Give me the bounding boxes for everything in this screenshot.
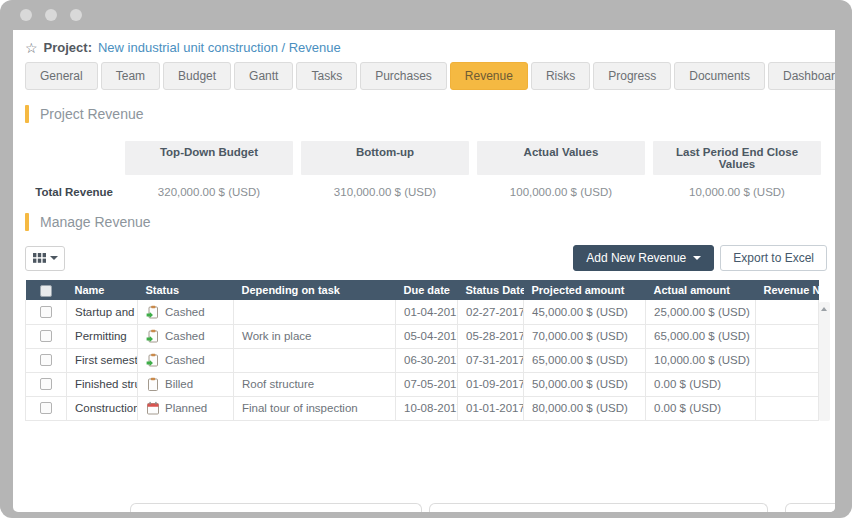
cell-actual: 0.00 $ (USD)	[646, 372, 756, 396]
cell-actual: 0.00 $ (USD)	[646, 396, 756, 420]
cell-projected: 70,000.00 $ (USD)	[524, 324, 646, 348]
accent-bar	[25, 213, 29, 231]
favorite-star-icon[interactable]: ☆	[25, 41, 38, 55]
tab-documents[interactable]: Documents	[674, 62, 765, 90]
tab-risks[interactable]: Risks	[531, 62, 590, 90]
tab-purchases[interactable]: Purchases	[360, 62, 447, 90]
cell-due-date: 07-05-2017	[396, 372, 458, 396]
select-all-checkbox[interactable]	[40, 285, 52, 297]
cell-status: Billed	[138, 372, 234, 396]
cell-status-date: 01-09-2017	[458, 372, 524, 396]
col-header-actual[interactable]: Actual amount	[646, 280, 756, 300]
col-header-name[interactable]: Name	[67, 280, 138, 300]
cell-depending: Final tour of inspection	[234, 396, 396, 420]
manage-revenue-toolbar: Add New Revenue Export to Excel	[25, 245, 827, 271]
cell-depending: Roof structure	[234, 372, 396, 396]
tab-dashboard[interactable]: Dashboard	[768, 62, 835, 90]
cell-projected: 50,000.00 $ (USD)	[524, 372, 646, 396]
cell-status: Planned	[138, 396, 234, 420]
cell-status: Cashed	[138, 300, 234, 324]
cutoff-panel	[785, 503, 835, 512]
cutoff-panel	[429, 503, 768, 512]
clipboard-cashed-icon	[146, 353, 160, 367]
tab-tasks[interactable]: Tasks	[296, 62, 357, 90]
col-header-projected[interactable]: Projected amount	[524, 280, 646, 300]
scrollbar-track[interactable]	[819, 302, 830, 421]
window-dot-1[interactable]	[20, 9, 32, 21]
cell-status: Cashed	[138, 324, 234, 348]
columns-grid-icon	[33, 253, 46, 263]
status-icon	[146, 329, 160, 343]
status-icon	[146, 353, 160, 367]
table-scrollbar[interactable]	[819, 280, 830, 421]
table-row[interactable]: Startup and launch Cashed 01-04-2017 02-…	[26, 300, 819, 324]
cell-revenue-no	[756, 372, 819, 396]
revenue-table-wrap: Name Status Depending on task Due date S…	[25, 280, 831, 421]
tab-revenue[interactable]: Revenue	[450, 62, 528, 90]
caret-down-icon	[693, 256, 701, 260]
add-new-revenue-button[interactable]: Add New Revenue	[573, 245, 714, 271]
cell-revenue-no	[756, 348, 819, 372]
cell-name: Finished structures	[67, 372, 138, 396]
cell-status-date: 01-01-2017	[458, 396, 524, 420]
cell-name: First semester closure	[67, 348, 138, 372]
cell-due-date: 01-04-2017	[396, 300, 458, 324]
project-breadcrumb-link[interactable]: New industrial unit construction / Reven…	[98, 40, 341, 55]
window-titlebar	[0, 0, 852, 30]
tab-budget[interactable]: Budget	[163, 62, 231, 90]
cutoff-panel	[130, 503, 422, 512]
revenue-summary: Top-Down Budget Bottom-up Actual Values …	[25, 141, 821, 198]
total-bottom-up-value: 310,000.00 $ (USD)	[301, 186, 469, 198]
col-header-status[interactable]: Status	[138, 280, 234, 300]
window-dot-3[interactable]	[70, 9, 82, 21]
tab-team[interactable]: Team	[101, 62, 160, 90]
col-header-revenue-no[interactable]: Revenue No.	[756, 280, 819, 300]
tab-general[interactable]: General	[25, 62, 98, 90]
cell-status-date: 02-27-2017	[458, 300, 524, 324]
cell-projected: 80,000.00 $ (USD)	[524, 396, 646, 420]
row-checkbox[interactable]	[40, 354, 52, 366]
col-header-depending[interactable]: Depending on task	[234, 280, 396, 300]
column-chooser-button[interactable]	[25, 246, 65, 271]
total-last-period-value: 10,000.00 $ (USD)	[653, 186, 821, 198]
row-checkbox[interactable]	[40, 306, 52, 318]
cell-depending	[234, 348, 396, 372]
cell-status-date: 05-28-2017	[458, 324, 524, 348]
table-row[interactable]: First semester closure Cashed 06-30-2017…	[26, 348, 819, 372]
summary-header-bottom-up: Bottom-up	[301, 141, 469, 175]
summary-header-top-down: Top-Down Budget	[125, 141, 293, 175]
row-checkbox[interactable]	[40, 330, 52, 342]
summary-header-last-period: Last Period End Close Values	[653, 141, 821, 175]
cell-name: Startup and launch	[67, 300, 138, 324]
col-header-due-date[interactable]: Due date	[396, 280, 458, 300]
cell-depending	[234, 300, 396, 324]
clipboard-cashed-icon	[146, 329, 160, 343]
scroll-up-icon[interactable]	[821, 307, 827, 311]
cell-actual: 25,000.00 $ (USD)	[646, 300, 756, 324]
row-checkbox[interactable]	[40, 402, 52, 414]
export-to-excel-button[interactable]: Export to Excel	[720, 245, 827, 271]
calendar-planned-icon	[146, 401, 160, 415]
table-row[interactable]: Finished structures Billed Roof structur…	[26, 372, 819, 396]
accent-bar	[25, 105, 29, 123]
status-icon	[146, 401, 160, 415]
cell-projected: 65,000.00 $ (USD)	[524, 348, 646, 372]
cell-revenue-no	[756, 396, 819, 420]
table-row[interactable]: Construction ended Planned Final tour of…	[26, 396, 819, 420]
revenue-table: Name Status Depending on task Due date S…	[25, 280, 819, 421]
total-revenue-label: Total Revenue	[25, 186, 125, 198]
clipboard-cashed-icon	[146, 305, 160, 319]
total-top-down-value: 320,000.00 $ (USD)	[125, 186, 293, 198]
manage-revenue-heading: Manage Revenue	[25, 213, 835, 231]
cell-due-date: 06-30-2017	[396, 348, 458, 372]
cell-due-date: 05-04-2017	[396, 324, 458, 348]
tab-progress[interactable]: Progress	[593, 62, 671, 90]
clipboard-billed-icon	[146, 377, 160, 391]
table-row[interactable]: Permitting Cashed Work in place 05-04-20…	[26, 324, 819, 348]
cell-status: Cashed	[138, 348, 234, 372]
row-checkbox[interactable]	[40, 378, 52, 390]
tab-gantt[interactable]: Gantt	[234, 62, 293, 90]
col-header-status-date[interactable]: Status Date	[458, 280, 524, 300]
window-dot-2[interactable]	[45, 9, 57, 21]
cell-status-date: 07-31-2017	[458, 348, 524, 372]
